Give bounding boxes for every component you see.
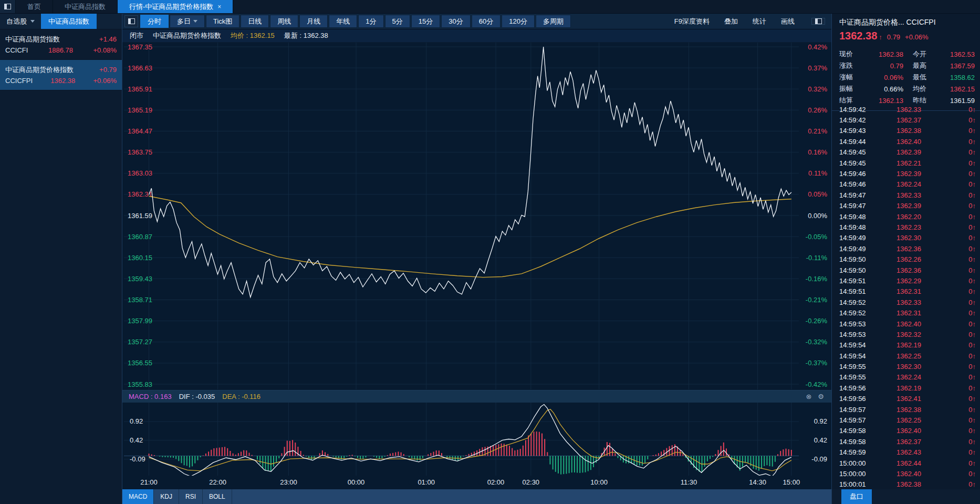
quote-value: 0.06% [855, 74, 903, 81]
period-button-120分[interactable]: 120分 [502, 15, 535, 28]
tab-close-icon[interactable]: × [217, 3, 221, 11]
period-button-60分[interactable]: 60分 [472, 15, 501, 28]
watchlist-item-CCICFI[interactable]: 中证商品期货指数+1.46CCICFI1886.78+0.08% [0, 29, 122, 60]
quote-label: 最高 [903, 61, 927, 70]
time-tick-01:00: 01:00 [414, 478, 439, 486]
quote-label: 均价 [903, 84, 927, 94]
period-button-周线[interactable]: 周线 [270, 15, 298, 28]
tick-price: 1362.33 [875, 299, 921, 306]
period-button-1分[interactable]: 1分 [358, 15, 383, 28]
time-tick-21:00: 21:00 [137, 478, 162, 486]
top-tab-0[interactable]: 首页 [16, 0, 53, 13]
period-button-30分[interactable]: 30分 [441, 15, 470, 28]
tick-volume-value: 0 [968, 159, 972, 167]
order-book-button[interactable]: 盘口 [841, 489, 872, 504]
tick-direction-up-icon: ↑ [973, 309, 976, 317]
tick-volume-value: 0 [968, 459, 972, 467]
period-button-label: 多周期 [543, 17, 564, 26]
tick-time: 14:59:57 [832, 416, 875, 424]
tick-list[interactable]: 14:59:421362.330↑14:59:421362.370↑14:59:… [832, 104, 980, 489]
period-button-5分[interactable]: 5分 [385, 15, 410, 28]
tick-price: 1362.24 [875, 373, 921, 381]
dea-value: DEA : -0.116 [222, 393, 260, 400]
window-panel-toggle-button[interactable] [0, 0, 16, 13]
tick-time: 14:59:53 [832, 320, 875, 328]
tick-time: 14:59:50 [832, 255, 875, 263]
tick-direction-up-icon: ↑ [973, 363, 976, 371]
tick-time: 14:59:42 [832, 106, 875, 114]
svg-text:0.16%: 0.16% [808, 148, 827, 156]
tick-volume-value: 0 [968, 438, 972, 446]
tick-price: 1362.39 [875, 170, 921, 178]
tick-row: 14:59:581362.370↑ [832, 436, 980, 447]
period-button-多周期[interactable]: 多周期 [536, 15, 571, 28]
period-button-月线[interactable]: 月线 [299, 15, 328, 28]
tick-direction-up-icon: ↑ [973, 234, 976, 242]
tick-row: 14:59:461362.240↑ [832, 179, 980, 190]
svg-text:1361.59: 1361.59 [128, 212, 152, 220]
tick-price: 1362.44 [875, 459, 921, 467]
watchlist-item-row: 中证商品期货价格指数+0.79 [5, 64, 117, 75]
period-button-日线[interactable]: 日线 [241, 15, 269, 28]
tick-price: 1362.32 [875, 331, 921, 338]
toolbar-link-3[interactable]: 画线 [781, 17, 795, 26]
watchlist-item-row: CCICFPI1362.38+0.06% [5, 75, 117, 86]
indicator-settings-gear-icon[interactable]: ⚙ [818, 393, 824, 400]
tick-row: 14:59:561362.410↑ [832, 394, 980, 404]
svg-text:0.42: 0.42 [130, 436, 143, 444]
period-button-Tick图[interactable]: Tick图 [206, 15, 239, 28]
period-button-年线[interactable]: 年线 [329, 15, 357, 28]
panel-toggle-icon [128, 18, 135, 24]
chevron-down-icon [30, 20, 35, 23]
tick-price: 1362.40 [875, 427, 921, 435]
intraday-price-chart[interactable]: 1367.350.42%1366.630.37%1365.910.32%1365… [122, 43, 831, 389]
quote-value: 0.79 [855, 62, 903, 70]
period-button-15分[interactable]: 15分 [411, 15, 440, 28]
toolbar-link-0[interactable]: F9深度资料 [674, 17, 710, 26]
tick-row: 14:59:551362.240↑ [832, 372, 980, 383]
svg-text:1357.27: 1357.27 [128, 338, 152, 346]
indicator-tab-RSI[interactable]: RSI [179, 489, 203, 504]
instrument-change: +1.46 [99, 34, 117, 45]
period-button-label: 年线 [336, 17, 350, 26]
quote-panel-footer: 盘口 [832, 489, 980, 504]
period-button-分时[interactable]: 分时 [140, 15, 169, 28]
svg-text:-0.42%: -0.42% [806, 380, 828, 388]
top-tab-1[interactable]: 中证商品指数 [53, 0, 118, 13]
tick-time: 14:59:53 [832, 331, 875, 338]
svg-text:-0.37%: -0.37% [806, 359, 828, 367]
watchlist-group-tab[interactable]: 中证商品指数 [41, 14, 97, 29]
tick-volume-value: 0 [968, 331, 972, 338]
last-price-label: 最新 : 1362.38 [284, 31, 328, 40]
watchlist-item-CCICFPI[interactable]: 中证商品期货价格指数+0.79CCICFPI1362.38+0.06% [0, 60, 122, 90]
chart-panel-toggle-button[interactable] [124, 15, 138, 27]
svg-text:0.42%: 0.42% [808, 43, 827, 51]
tick-price: 1362.31 [875, 287, 921, 295]
indicator-tab-KDJ[interactable]: KDJ [154, 489, 179, 504]
indicator-tab-MACD[interactable]: MACD [122, 489, 154, 504]
quote-code: CCICFPI [906, 18, 936, 26]
tick-time: 14:59:45 [832, 148, 875, 156]
tick-volume-value: 0 [968, 299, 972, 306]
svg-text:0.42: 0.42 [814, 436, 827, 444]
tick-time: 15:00:01 [832, 480, 875, 488]
top-tab-label: 行情-中证商品期货价格指数 [129, 2, 213, 12]
top-tab-2[interactable]: 行情-中证商品期货价格指数× [118, 0, 233, 13]
time-tick-22:00: 22:00 [205, 478, 231, 486]
toolbar-link-1[interactable]: 叠加 [724, 17, 738, 26]
watchlist-group-dropdown[interactable]: 自选股 [0, 14, 41, 29]
tick-row: 14:59:571362.380↑ [832, 404, 980, 415]
period-button-多日[interactable]: 多日 [170, 15, 205, 28]
tick-time: 14:59:46 [832, 170, 875, 178]
time-tick-23:00: 23:00 [276, 478, 301, 486]
toolbar-link-2[interactable]: 统计 [753, 17, 766, 26]
tick-direction-up-icon: ↑ [973, 373, 976, 381]
tick-row: 14:59:451362.210↑ [832, 158, 980, 168]
watchlist-items: 中证商品期货指数+1.46CCICFI1886.78+0.08%中证商品期货价格… [0, 29, 122, 90]
indicator-tab-BOLL[interactable]: BOLL [203, 489, 232, 504]
tick-volume: 0↑ [921, 116, 980, 124]
close-indicator-icon[interactable]: ⊗ [806, 393, 811, 400]
macd-indicator-chart[interactable]: 0.920.920.420.42-0.09-0.09 [122, 403, 831, 476]
tick-price: 1362.39 [875, 148, 921, 156]
right-panel-toggle-button[interactable] [811, 18, 825, 25]
